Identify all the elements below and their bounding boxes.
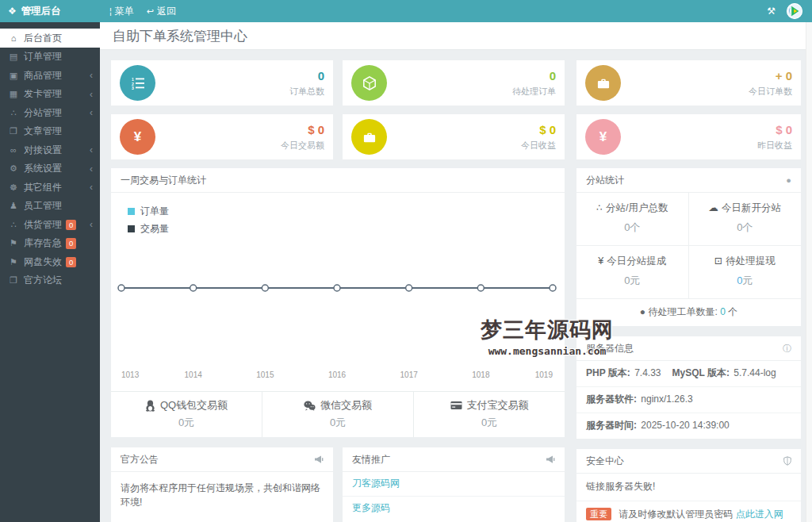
sidebar-item[interactable]: ∴ 供货管理 0 ‹ — [0, 216, 100, 235]
sidebar-item-icon: ❐ — [8, 275, 19, 286]
branch-cell-value: 0元 — [689, 274, 802, 288]
important-badge: 重要 — [586, 508, 611, 520]
stat-card-today-profit: $ 0 今日收益 — [343, 114, 565, 159]
cloud-icon: ☁ — [709, 202, 719, 213]
circle-icon: ● — [786, 175, 791, 185]
stat-text: $ 0 今日收益 — [521, 123, 556, 152]
branch-footer: ● 待处理工单数量: 0 个 — [576, 299, 801, 326]
sidebar-item-icon: ☸ — [8, 182, 19, 193]
security-center-panel: 安全中心 链接服务器失败! 重要 请及时修改默认管理员密码 点此进入网站信息配置… — [576, 449, 801, 522]
branch-cell-label: ☁今日新开分站 — [689, 202, 802, 215]
sidebar-item-icon: ∞ — [8, 145, 19, 155]
sidebar-item[interactable]: ☸ 其它组件 ‹ — [0, 178, 100, 198]
sidebar-item-icon: ⚑ — [8, 238, 19, 248]
sidebar-nav: ⌂ 后台首页 ▤ 订单管理 ▣ 商品管理 ‹ ▦ 发卡管理 ‹ ∴ 分站管理 ‹… — [0, 22, 100, 522]
legend-item[interactable]: 订单量 — [128, 205, 169, 218]
svg-text:1019: 1019 — [535, 370, 553, 379]
php-label: PHP 版本: — [586, 367, 630, 378]
brand-logo-icon: ❖ — [8, 6, 17, 17]
yen-icon: ¥ — [598, 255, 603, 267]
legend-label: 订单量 — [140, 205, 169, 218]
wrench-icon[interactable]: ⚒ — [767, 6, 776, 17]
legend-swatch — [128, 225, 135, 232]
branch-footer-label: 待处理工单数量: — [648, 306, 717, 317]
software-label: 服务器软件: — [586, 393, 637, 405]
stat-card-yesterday-profit: ¥ $ 0 昨日收益 — [576, 114, 801, 159]
promo-title: 友情推广 — [352, 453, 390, 466]
left-column: 1 2 3 0 订单总数 — [111, 60, 565, 522]
cube-icon — [351, 65, 387, 101]
server-software-row: 服务器软件: nginx/1.26.3 — [576, 387, 801, 413]
sidebar-item-label: 订单管理 — [24, 50, 62, 63]
sidebar-item-label: 系统设置 — [24, 162, 62, 175]
chart-panel-header: 一周交易与订单统计 — [111, 168, 565, 193]
sidebar-item[interactable]: ❐ 文章管理 — [0, 122, 100, 141]
pay-value: 0元 — [111, 416, 262, 430]
sidebar-item[interactable]: ⚙ 系统设置 ‹ — [0, 159, 100, 178]
server-info-panel: 服务器信息 ⓘ PHP 版本: 7.4.33 MySQL 版本: 5.7.44-… — [576, 336, 801, 439]
stat-label: 今日收益 — [521, 140, 556, 152]
back-label: 返回 — [157, 5, 176, 18]
notice-content: 请勿将本程序用于任何违规场景，共创和谐网络环境! — [111, 472, 333, 522]
page-title: 自助下单系统管理中心 — [113, 27, 247, 45]
sidebar-item[interactable]: ▣ 商品管理 ‹ — [0, 67, 100, 86]
sidebar-item-icon: ▤ — [8, 52, 19, 62]
stat-card-pending-orders: 0 待处理订单 — [343, 60, 565, 106]
chevron-left-icon: ‹ — [90, 182, 93, 193]
security-warning-1: 重要 请及时修改默认管理员密码 点此进入网站信息配置修改 — [576, 501, 801, 522]
notice-header: 官方公告 — [111, 447, 333, 472]
stat-value: + 0 — [749, 69, 792, 83]
branch-stats-panel: 分站统计 ● ∴分站/用户总数0个☁今日新开分站0个¥今日分站提成0元⊡待处理提… — [576, 168, 801, 326]
svg-text:1018: 1018 — [472, 370, 490, 379]
sidebar-item[interactable]: ❐ 官方论坛 — [0, 271, 100, 290]
megaphone-icon — [314, 455, 324, 464]
stat-value: 0 — [512, 69, 556, 83]
svg-text:1013: 1013 — [121, 370, 140, 379]
menu-toggle-button[interactable]: ¦ 菜单 — [109, 5, 134, 18]
stat-text: + 0 今日订单数 — [749, 69, 792, 98]
promo-link[interactable]: 更多源码 — [343, 497, 565, 520]
main-area: 自助下单系统管理中心 1 2 3 — [100, 22, 812, 522]
sidebar-item[interactable]: ⌂ 后台首页 — [0, 29, 100, 48]
scrollbar-track[interactable] — [806, 22, 812, 522]
shield-icon — [783, 456, 791, 466]
sidebar-item[interactable]: ▤ 订单管理 — [0, 48, 100, 67]
stat-label: 今日订单数 — [749, 86, 792, 98]
stat-row-right-2: ¥ $ 0 昨日收益 — [576, 114, 801, 159]
sidebar-item[interactable]: ⚑ 网盘失效 0 — [0, 253, 100, 272]
sidebar-item-icon: ∴ — [8, 108, 19, 118]
sidebar-item-icon: ⌂ — [8, 33, 19, 43]
sidebar-item[interactable]: ♟ 员工管理 — [0, 197, 100, 216]
app-brand[interactable]: ❖ 管理后台 — [0, 0, 100, 22]
sidebar-item[interactable]: ∞ 对接设置 ‹ — [0, 141, 100, 160]
svg-text:3: 3 — [132, 86, 134, 90]
stat-label: 待处理订单 — [512, 86, 556, 98]
alipay-cell: 支付宝交易额 0元 — [413, 392, 565, 437]
friend-promo-panel: 友情推广 刀客源码网 更多源码 — [343, 447, 565, 522]
stat-value: $ 0 — [281, 123, 324, 136]
back-button[interactable]: ↩ 返回 — [147, 5, 176, 18]
legend-item[interactable]: 交易量 — [128, 222, 169, 236]
server-versions-row: PHP 版本: 7.4.33 MySQL 版本: 5.7.44-log — [576, 361, 801, 387]
promo-link[interactable]: 刀客源码网 — [343, 472, 565, 497]
pay-label: QQ钱包交易额 — [111, 398, 262, 413]
branch-title: 分站统计 — [586, 174, 624, 187]
page-heading-bar: 自助下单系统管理中心 — [100, 22, 812, 50]
chevron-left-icon: ‹ — [90, 89, 93, 100]
pay-label-text: QQ钱包交易额 — [160, 398, 228, 413]
sidebar-item[interactable]: ⚑ 库存告急 0 — [0, 234, 100, 253]
avatar[interactable] — [787, 3, 802, 19]
sidebar-item-icon: ∴ — [8, 220, 19, 230]
security-title: 安全中心 — [586, 455, 624, 468]
yen-icon: ¥ — [585, 119, 621, 155]
top-right-actions: ⚒ — [767, 3, 812, 19]
sitemap-icon: ∴ — [596, 202, 603, 213]
pay-value: 0元 — [414, 416, 565, 430]
sidebar-item[interactable]: ▦ 发卡管理 ‹ — [0, 85, 100, 104]
sidebar-item-icon: ⚑ — [8, 257, 19, 267]
bars-icon: ¦ — [109, 6, 112, 16]
svg-text:1015: 1015 — [256, 370, 274, 379]
chevron-left-icon: ‹ — [90, 219, 93, 230]
sidebar-item[interactable]: ∴ 分站管理 ‹ — [0, 104, 100, 123]
mysql-label: MySQL 版本: — [672, 367, 730, 378]
